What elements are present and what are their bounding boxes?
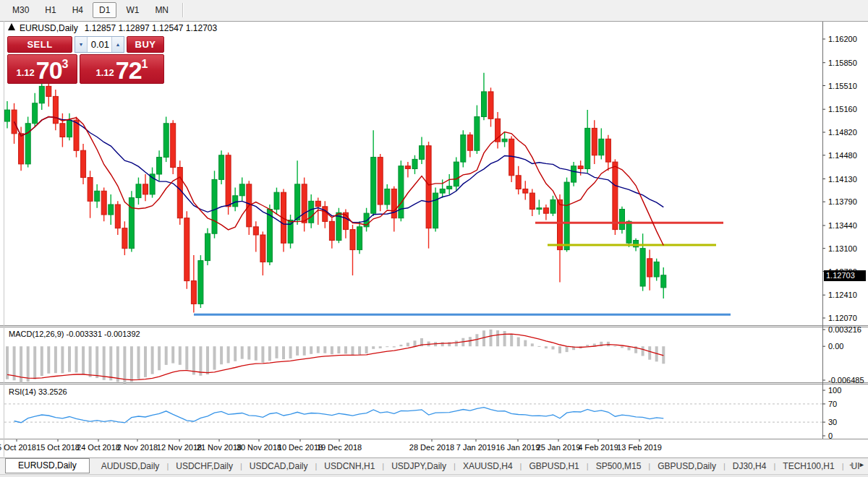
timeframe-h4-button[interactable]: H4 (66, 2, 90, 18)
tab-sp500-m15[interactable]: SP500,M15 (589, 459, 649, 473)
svg-text:28 Dec 2018: 28 Dec 2018 (409, 443, 454, 452)
tab-scroll-right-icon[interactable]: ► (859, 461, 865, 468)
svg-text:1.14820: 1.14820 (828, 128, 857, 137)
chart-symbol-label: EURUSD,Daily (20, 23, 78, 33)
tab-scroll-left-icon[interactable]: ◄ (848, 461, 854, 468)
svg-text:1.14130: 1.14130 (828, 175, 857, 184)
svg-text:1.15850: 1.15850 (828, 59, 857, 67)
rsi-indicator-label: RSI(14) 33.2526 (9, 387, 67, 396)
status-bar-stub (0, 474, 868, 477)
tab-audusd-daily[interactable]: AUDUSD,Daily (94, 459, 167, 473)
buy-price-big-digits: 72 (116, 59, 142, 81)
svg-text:16 Jan 2019: 16 Jan 2019 (496, 443, 540, 452)
svg-text:100: 100 (828, 386, 841, 395)
svg-text:1.13100: 1.13100 (828, 244, 857, 253)
svg-text:1.12070: 1.12070 (828, 314, 857, 322)
sell-price-display[interactable]: 1.12 70 3 (7, 54, 77, 84)
svg-text:70: 70 (828, 400, 837, 408)
chart-title: EURUSD,Daily 1.12857 1.12897 1.12547 1.1… (7, 22, 217, 33)
svg-text:7 Jan 2019: 7 Jan 2019 (456, 443, 495, 452)
volume-increase-button[interactable]: ▲ (111, 37, 124, 52)
current-price-badge: 1.12703 (824, 270, 866, 281)
volume-spinner: ▼ 0.01 ▲ (75, 36, 124, 53)
svg-text:30 Nov 2018: 30 Nov 2018 (237, 443, 281, 452)
svg-text:15 Oct 2018: 15 Oct 2018 (36, 443, 80, 452)
tab-usdcnh-h1[interactable]: USDCNH,H1 (317, 459, 382, 473)
svg-text:4 Feb 2019: 4 Feb 2019 (578, 443, 618, 452)
svg-text:1.15160: 1.15160 (828, 105, 857, 113)
triangle-icon (7, 22, 16, 33)
chart-tab-bar: EURUSD,Daily AUDUSD,Daily | USDCHF,Daily… (0, 457, 868, 473)
tab-usdcad-daily[interactable]: USDCAD,Daily (242, 459, 315, 473)
macd-indicator-label: MACD(12,26,9) -0.003331 -0.001392 (9, 330, 140, 338)
svg-text:1.14480: 1.14480 (828, 151, 857, 160)
volume-input[interactable]: 0.01 (88, 37, 111, 52)
svg-text:0.003216: 0.003216 (828, 325, 861, 334)
triangle-down-icon: ▼ (79, 42, 84, 47)
tab-eurusd-daily[interactable]: EURUSD,Daily (5, 458, 90, 473)
chart-ohlc-values: 1.12857 1.12897 1.12547 1.12703 (85, 23, 218, 33)
tab-gbpusd-daily[interactable]: GBPUSD,Daily (650, 459, 723, 473)
svg-text:1.15510: 1.15510 (828, 82, 857, 90)
timeframe-m30-button[interactable]: M30 (6, 2, 35, 18)
timeframe-h1-button[interactable]: H1 (38, 2, 62, 18)
svg-text:25 Jan 2019: 25 Jan 2019 (537, 443, 581, 452)
buy-price-display[interactable]: 1.12 72 1 (80, 54, 164, 84)
timeframe-mn-button[interactable]: MN (148, 2, 175, 18)
sell-button[interactable]: SELL (7, 36, 72, 53)
svg-text:24 Oct 2018: 24 Oct 2018 (77, 443, 120, 452)
tab-gbpusd-h1[interactable]: GBPUSD,H1 (522, 459, 586, 473)
svg-text:0.00: 0.00 (828, 342, 843, 351)
timeframe-w1-button[interactable]: W1 (119, 2, 145, 18)
svg-text:1.16200: 1.16200 (828, 35, 857, 43)
svg-text:-0.006485: -0.006485 (828, 376, 864, 384)
tab-tech100-h1[interactable]: TECH100,H1 (775, 459, 841, 473)
sell-price-big-digits: 70 (36, 59, 62, 81)
svg-text:1.13440: 1.13440 (828, 221, 857, 230)
sell-price-prefix: 1.12 (16, 67, 34, 78)
tab-dj30-h4[interactable]: DJ30,H4 (726, 459, 774, 473)
toolbar-separator (182, 3, 184, 17)
timeframe-toolbar: M30 H1 H4 D1 W1 MN (0, 0, 868, 20)
buy-price-prefix: 1.12 (95, 67, 114, 78)
timeframe-d1-button[interactable]: D1 (93, 2, 116, 18)
sell-price-pipette: 3 (62, 58, 69, 71)
svg-text:30: 30 (828, 418, 837, 426)
volume-decrease-button[interactable]: ▼ (75, 37, 88, 52)
tab-xauusd-h4[interactable]: XAUUSD,H4 (456, 459, 520, 473)
tab-scroll-arrows: ◄ ► (848, 461, 865, 468)
svg-text:19 Dec 2018: 19 Dec 2018 (317, 443, 362, 452)
svg-text:2 Nov 2018: 2 Nov 2018 (117, 443, 158, 452)
svg-text:21 Nov 2018: 21 Nov 2018 (197, 443, 242, 452)
tab-usdjpy-daily[interactable]: USDJPY,Daily (384, 459, 454, 473)
svg-text:1.12410: 1.12410 (828, 291, 857, 299)
buy-button[interactable]: BUY (127, 36, 164, 53)
svg-text:5 Oct 2018: 5 Oct 2018 (0, 443, 36, 452)
svg-text:1.13790: 1.13790 (828, 197, 857, 206)
svg-text:0: 0 (828, 431, 833, 440)
svg-text:12 Nov 2018: 12 Nov 2018 (157, 443, 202, 452)
svg-text:13 Feb 2019: 13 Feb 2019 (617, 443, 662, 452)
one-click-trading-panel: SELL ▼ 0.01 ▲ BUY 1.12 70 3 1.12 72 1 (7, 36, 164, 84)
triangle-up-icon: ▲ (116, 42, 121, 47)
buy-price-pipette: 1 (142, 58, 148, 71)
tab-usdchf-daily[interactable]: USDCHF,Daily (169, 459, 240, 473)
